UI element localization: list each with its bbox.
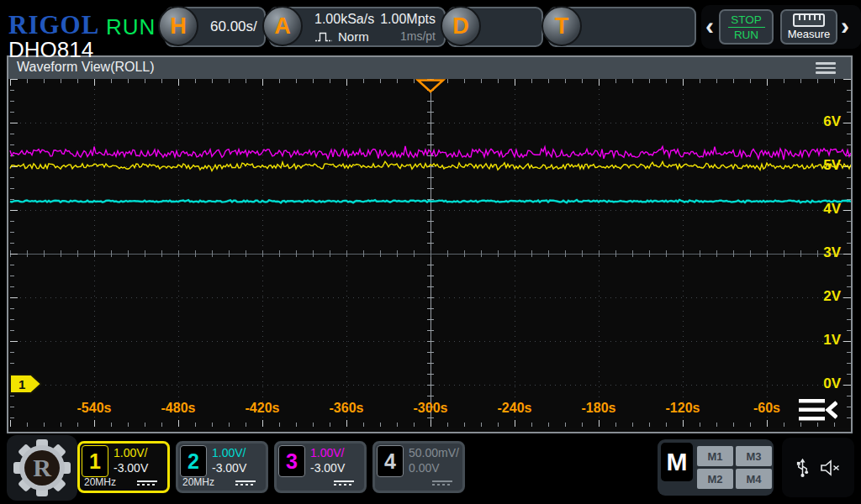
prev-page-chevron[interactable]: ‹ [705,10,714,42]
scope-grid: 1 [8,79,851,428]
math-m4-button[interactable]: M4 [736,469,772,489]
channel-2-coupling-icon [235,480,256,486]
voltage-label-0V: 0V [790,375,841,392]
channel-4-coupling-icon [432,480,452,486]
channel-3-scale: 1.00V/ [310,446,344,459]
math-m2-button[interactable]: M2 [697,469,733,489]
time-per-point: 1ms/pt [400,29,436,43]
scope-collapse-menu-icon[interactable] [799,398,837,422]
channel-2-bandwidth: 20MHz [182,476,214,488]
channel-1-number: 1 [82,445,108,477]
gear-icon: R [13,438,71,497]
channel-2-offset: -3.00V [212,461,246,475]
stop-run-divider [728,27,765,28]
measure-button[interactable]: Measure [780,9,837,45]
rigol-gear-logo-button[interactable]: R [7,435,77,501]
channel-4-scale: 50.00mV/ [409,446,459,459]
trigger-sweep-mode: Norm [338,29,369,44]
time-label--120s: -120s [653,401,712,416]
channel-3-number: 3 [278,445,305,477]
acquisition-panel[interactable]: A 1.00kSa/s Norm 1.00Mpts 1ms/pt [269,7,446,47]
channel-4-offset: 0.00V [409,461,440,475]
rigol-logo: RIGOL [8,10,99,40]
ch1-ground-marker-label: 1 [18,377,25,391]
ruler-icon [793,13,825,27]
channel-1-offset: -3.00V [114,461,148,475]
quick-control-cluster: ‹ STOP RUN Measure › [701,5,861,49]
math-m1-button[interactable]: M1 [697,446,733,466]
time-label--420s: -420s [233,401,292,416]
voltage-label-4V: 4V [790,201,841,218]
channel-2-button[interactable]: 21.00V/-3.00V20MHz [176,441,268,493]
math-button-grid: M1M3M2M4 [697,446,772,489]
decode-knob-button[interactable]: D [441,6,481,46]
timebase-value: 60.00s/ [210,8,257,45]
pulse-waveform-icon [314,30,334,43]
voltage-label-2V: 2V [790,288,841,305]
window-menu-icon[interactable] [816,62,836,74]
channel-4-number: 4 [377,445,404,477]
time-label--180s: -180s [569,401,628,416]
channel-2-number: 2 [180,445,207,477]
stop-run-button[interactable]: STOP RUN [719,9,774,45]
channel-1-bandwidth: 20MHz [84,476,116,488]
channel-4-button[interactable]: 450.00mV/0.00V [372,441,465,493]
voltage-label-3V: 3V [790,244,841,261]
system-icons-panel[interactable] [782,438,854,497]
trigger-position-marker[interactable] [418,81,443,92]
ch1-ground-marker[interactable] [10,375,41,393]
time-label--60s: -60s [737,401,796,416]
sample-rate: 1.00kSa/s [314,12,374,27]
memory-depth: 1.00Mpts [380,12,436,27]
voltage-label-6V: 6V [790,113,841,130]
time-label--240s: -240s [485,401,544,416]
math-m3-button[interactable]: M3 [736,446,772,466]
window-titlebar[interactable]: Waveform View(ROLL) [8,57,851,79]
channel-3-coupling-icon [334,480,354,486]
usb-icon [795,457,810,478]
channel-1-scale: 1.00V/ [114,446,147,459]
voltage-label-5V: 5V [790,157,841,174]
speaker-muted-icon [821,459,841,476]
channel-status-row: 11.00V/-3.00V20MHz21.00V/-3.00V20MHz31.0… [77,441,465,493]
waveform-window: Waveform View(ROLL) 1 6V5V4V3V2V1V0V-540… [7,55,853,433]
horizontal-panel[interactable]: H 60.00s/ [165,7,266,47]
trigger-knob-button[interactable]: T [541,6,582,46]
next-page-chevron[interactable]: › [841,10,849,42]
channel-2-scale: 1.00V/ [212,446,246,459]
bottom-status-bar: R 11.00V/-3.00V20MHz21.00V/-3.00V20MHz31… [0,432,861,504]
svg-text:R: R [33,454,51,481]
time-label--540s: -540s [65,401,124,416]
channel-1-button[interactable]: 11.00V/-3.00V20MHz [77,441,170,493]
time-label--360s: -360s [317,401,376,416]
time-label--480s: -480s [149,401,208,416]
measure-label: Measure [788,28,831,40]
horizontal-knob-button[interactable]: H [158,6,198,46]
time-label--300s: -300s [401,401,460,416]
scope-display[interactable]: 1 6V5V4V3V2V1V0V-540s-480s-420s-360s-300… [8,79,851,428]
channel-3-offset: -3.00V [310,461,345,475]
acquisition-knob-button[interactable]: A [262,6,303,46]
trigger-panel[interactable]: T [548,7,696,47]
trace-ch2 [10,200,851,202]
run-status: RUN [106,14,156,40]
math-panel[interactable]: M M1M3M2M4 [658,439,774,496]
model-name: DHO814 [8,37,93,63]
run-label: RUN [734,29,758,41]
math-label: M [661,443,693,481]
channel-3-button[interactable]: 31.00V/-3.00V [274,441,367,493]
stop-label: STOP [731,13,762,26]
decode-panel[interactable]: D [447,7,543,47]
channel-1-coupling-icon [137,480,157,486]
voltage-label-1V: 1V [790,332,841,349]
top-status-bar: RIGOL RUN H 60.00s/ A 1.00kSa/s Norm 1.0… [0,0,861,54]
